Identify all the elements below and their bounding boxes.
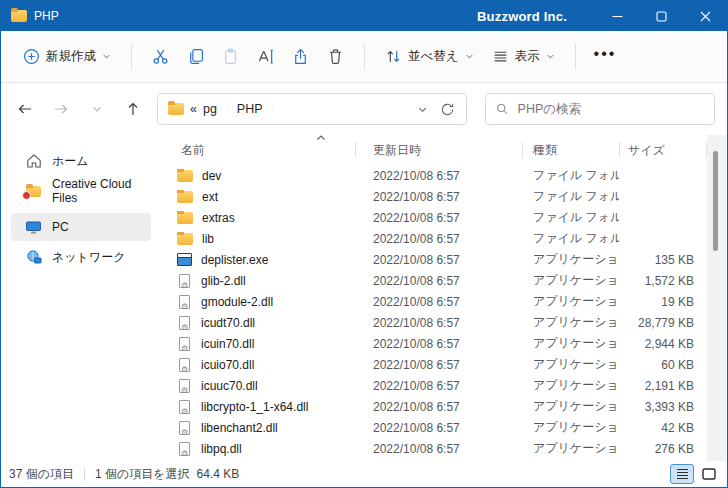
- column-header-modified[interactable]: 更新日時: [355, 135, 522, 165]
- chevron-down-icon: [465, 52, 474, 61]
- search-box[interactable]: [485, 93, 715, 125]
- recent-locations-button[interactable]: [81, 93, 113, 125]
- file-row[interactable]: extras 2022/10/08 6:57 ファイル フォル...: [161, 207, 707, 228]
- column-header-name[interactable]: 名前: [161, 135, 355, 165]
- cut-button[interactable]: [144, 42, 177, 71]
- vertical-scrollbar[interactable]: [707, 135, 727, 461]
- file-row[interactable]: libenchant2.dll 2022/10/08 6:57 アプリケーショ.…: [161, 417, 707, 438]
- file-type: ファイル フォル...: [522, 230, 619, 247]
- file-size: 276 KB: [619, 442, 707, 456]
- maximize-button[interactable]: [639, 1, 683, 31]
- dll-file-icon: [179, 442, 190, 456]
- file-type: アプリケーショ...: [522, 335, 619, 352]
- delete-button[interactable]: [319, 42, 352, 71]
- pc-icon: [25, 219, 42, 235]
- explorer-window: PHP Buzzword Inc. 新規作成: [0, 0, 728, 488]
- file-row[interactable]: libcrypto-1_1-x64.dll 2022/10/08 6:57 アプ…: [161, 396, 707, 417]
- file-type: アプリケーショ...: [522, 398, 619, 415]
- file-modified-date: 2022/10/08 6:57: [355, 442, 522, 456]
- file-row[interactable]: gmodule-2.dll 2022/10/08 6:57 アプリケーショ...…: [161, 291, 707, 312]
- view-list-icon: [492, 48, 509, 65]
- file-modified-date: 2022/10/08 6:57: [355, 232, 522, 246]
- sidebar-item-label: PC: [52, 220, 69, 234]
- sidebar-item-creative-cloud-files[interactable]: Creative Cloud Files: [11, 177, 151, 205]
- dll-file-icon: [179, 316, 190, 330]
- dll-file-icon: [179, 400, 190, 414]
- window-folder-icon: [11, 10, 27, 22]
- address-bar[interactable]: « pg PHP: [157, 93, 467, 125]
- new-item-button[interactable]: 新規作成: [15, 42, 119, 71]
- file-size: 3,393 KB: [619, 400, 707, 414]
- address-dropdown-icon[interactable]: [417, 104, 428, 115]
- sidebar-item-pc[interactable]: PC: [11, 213, 151, 241]
- file-name: libpq.dll: [201, 442, 242, 456]
- file-name: lib: [202, 232, 214, 246]
- file-row[interactable]: icuin70.dll 2022/10/08 6:57 アプリケーショ... 2…: [161, 333, 707, 354]
- titlebar: PHP Buzzword Inc.: [1, 1, 727, 31]
- file-row[interactable]: ext 2022/10/08 6:57 ファイル フォル...: [161, 186, 707, 207]
- sort-label: 並べ替え: [408, 48, 459, 65]
- chevron-down-icon: [91, 103, 103, 115]
- arrow-right-icon: [53, 101, 69, 117]
- file-type: アプリケーショ...: [522, 377, 619, 394]
- column-header-size[interactable]: サイズ: [619, 135, 707, 165]
- file-name: gmodule-2.dll: [201, 295, 273, 309]
- file-row[interactable]: lib 2022/10/08 6:57 ファイル フォル...: [161, 228, 707, 249]
- share-icon: [292, 48, 309, 65]
- large-icons-view-icon: [702, 468, 716, 480]
- command-bar: 新規作成 並べ替え 表示: [1, 31, 727, 83]
- plus-circle-icon: [23, 48, 40, 65]
- minimize-button[interactable]: [595, 1, 639, 31]
- file-type: アプリケーショ...: [522, 314, 619, 331]
- file-row[interactable]: deplister.exe 2022/10/08 6:57 アプリケーション 1…: [161, 249, 707, 270]
- scrollbar-thumb[interactable]: [713, 151, 718, 251]
- sort-button[interactable]: 並べ替え: [377, 42, 482, 71]
- sidebar-item-network[interactable]: ネットワーク: [11, 243, 151, 271]
- item-count: 37 個の項目: [9, 466, 74, 483]
- window-owner-label: Buzzword Inc.: [477, 9, 567, 24]
- column-header-type[interactable]: 種類: [522, 135, 619, 165]
- folder-icon: [177, 170, 193, 182]
- sidebar: ホーム Creative Cloud Files PC ネットワーク: [1, 135, 161, 461]
- file-name: dev: [202, 169, 221, 183]
- search-input[interactable]: [518, 102, 704, 116]
- view-button[interactable]: 表示: [484, 42, 563, 71]
- file-size: 1,572 KB: [619, 274, 707, 288]
- share-button[interactable]: [284, 42, 317, 71]
- file-row[interactable]: dev 2022/10/08 6:57 ファイル フォル...: [161, 165, 707, 186]
- forward-button[interactable]: [45, 93, 77, 125]
- up-button[interactable]: [117, 93, 149, 125]
- details-view-button[interactable]: [670, 464, 694, 484]
- breadcrumb-segment[interactable]: PHP: [237, 102, 263, 116]
- file-size: 42 KB: [619, 421, 707, 435]
- sort-icon: [385, 48, 402, 65]
- file-modified-date: 2022/10/08 6:57: [355, 400, 522, 414]
- sidebar-item-home[interactable]: ホーム: [11, 147, 151, 175]
- back-button[interactable]: [9, 93, 41, 125]
- rename-button[interactable]: [249, 42, 282, 71]
- toolbar-divider: [364, 44, 365, 70]
- file-size: 28,779 KB: [619, 316, 707, 330]
- folder-icon: [177, 233, 193, 245]
- file-type: ファイル フォル...: [522, 209, 619, 226]
- breadcrumb-overflow[interactable]: «: [190, 102, 197, 116]
- home-icon: [25, 153, 42, 169]
- address-folder-icon: [168, 103, 184, 115]
- window-title: PHP: [34, 9, 59, 23]
- paste-button[interactable]: [214, 42, 247, 71]
- toolbar-divider: [131, 44, 132, 70]
- file-row[interactable]: icudt70.dll 2022/10/08 6:57 アプリケーショ... 2…: [161, 312, 707, 333]
- large-icons-view-button[interactable]: [697, 464, 721, 484]
- selection-size: 64.4 KB: [197, 467, 240, 481]
- close-button[interactable]: [683, 1, 727, 31]
- more-options-button[interactable]: •••: [588, 45, 623, 69]
- file-row[interactable]: icuio70.dll 2022/10/08 6:57 アプリケーショ... 6…: [161, 354, 707, 375]
- copy-button[interactable]: [179, 42, 212, 71]
- file-row[interactable]: glib-2.dll 2022/10/08 6:57 アプリケーショ... 1,…: [161, 270, 707, 291]
- file-row[interactable]: icuuc70.dll 2022/10/08 6:57 アプリケーショ... 2…: [161, 375, 707, 396]
- file-modified-date: 2022/10/08 6:57: [355, 358, 522, 372]
- breadcrumb-segment[interactable]: pg: [203, 102, 217, 116]
- file-row[interactable]: libpq.dll 2022/10/08 6:57 アプリケーショ... 276…: [161, 438, 707, 459]
- refresh-button[interactable]: [434, 96, 460, 122]
- selection-count: 1 個の項目を選択: [95, 466, 190, 483]
